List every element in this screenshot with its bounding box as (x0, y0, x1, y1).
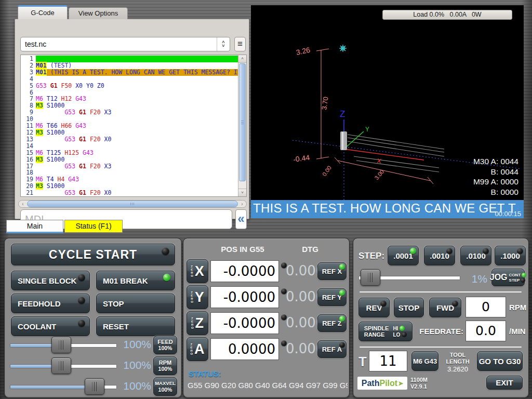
gcode-line[interactable]: 13 G53 G1 F20 X0 (21, 136, 238, 143)
button-coolant[interactable]: COOLANT (11, 316, 90, 336)
maxvel-override-slider[interactable] (10, 378, 117, 395)
tab-gcode[interactable]: G-Code (18, 5, 68, 19)
cycle-start-button[interactable]: CYCLE START (11, 244, 175, 265)
step-0001-button[interactable]: .0001 (388, 246, 419, 265)
gcode-token: F20 (90, 163, 104, 170)
scroll-up-icon[interactable]: ˄ (238, 55, 246, 63)
scroll-left-icon[interactable]: ‹ (19, 201, 27, 207)
hscroll-thumb[interactable] (27, 201, 238, 207)
y-dro-input[interactable]: -0.0000 (210, 286, 279, 308)
button-reset[interactable]: RESET (96, 316, 175, 336)
spindle-fwd-button[interactable]: FWD (429, 298, 461, 317)
maxvel-reset-button[interactable]: MAXVEL100% (153, 377, 177, 396)
file-menu-button[interactable]: ≡ (234, 37, 246, 51)
counter-line: B: 0000 (473, 187, 518, 197)
gcode-line[interactable]: 9 G53 G1 F20 X3 (21, 109, 238, 116)
button-label: MAXVEL (155, 380, 176, 387)
gcode-token (36, 189, 64, 196)
gcode-listing[interactable]: 12M01 (TEST)3M01 (THIS IS A TEST. HOW LO… (20, 55, 247, 197)
zero-z-button[interactable]: ZEROZ (187, 311, 208, 335)
backplot-view[interactable]: 3.26 3.70 -0.44 0.00 3.00 Z Y X (251, 5, 524, 200)
step-0100-button[interactable]: .0100 (460, 246, 491, 265)
model-label: 1100M (410, 377, 428, 383)
gcode-line[interactable]: 21 G53 G1 F20 X0 (21, 190, 238, 196)
rpm-override-slider[interactable] (10, 357, 117, 375)
rpm-override-value: 100% (120, 359, 151, 371)
gcode-lines: 12M01 (TEST)3M01 (THIS IS A TEST. HOW LO… (21, 56, 238, 196)
zero-y-button[interactable]: ZEROY (187, 285, 208, 309)
jog-speed-slider[interactable] (358, 269, 460, 286)
gcode-token: X0 (104, 136, 112, 143)
operator-message: THIS IS A TEST. HOW LONG CAN WE GET T (253, 201, 524, 216)
z-dro-input[interactable]: -0.0000 (210, 312, 279, 334)
tool-position-marker (339, 45, 347, 52)
x-dro-input[interactable]: -0.0000 (210, 260, 279, 282)
scroll-down-icon[interactable]: ˅ (238, 189, 246, 196)
tab-view-options-label: View Options (78, 9, 118, 17)
gcode-panel-body: test.nc ˄˅ ≡ 12M01 (TEST)3M01 (THIS IS A… (15, 19, 249, 219)
ref-x-button[interactable]: REF X (317, 262, 347, 280)
jog-slider-handle[interactable] (361, 269, 380, 286)
jog-step-led (521, 278, 525, 283)
gcode-hscrollbar[interactable]: ‹ › (18, 200, 247, 208)
m6-g43-button[interactable]: M6 G43 (411, 351, 438, 371)
tab-gcode-label: G-Code (31, 9, 55, 17)
zero-x-button[interactable]: ZEROX (187, 259, 208, 283)
tab-status[interactable]: Status (F1) (64, 220, 123, 233)
button-single-block[interactable]: SINGLE BLOCK (11, 271, 90, 290)
ref-led (339, 264, 345, 270)
step-0010-button[interactable]: .0010 (424, 246, 455, 265)
step-led (410, 248, 416, 254)
gcode-line-number: 12 (21, 129, 36, 136)
vscroll-thumb[interactable] (239, 63, 246, 181)
button-m01-break[interactable]: M01 BREAK (96, 271, 175, 290)
gcode-line-number: 15 (21, 150, 36, 156)
model-version: 1100M V2.9.1 (410, 377, 428, 390)
gcode-token: S1000 (43, 182, 65, 190)
feedrate-value: 0.0 (466, 321, 506, 341)
feed-reset-button[interactable]: FEED100% (153, 336, 177, 354)
ref-y-button[interactable]: REF Y (317, 288, 347, 306)
jog-cont-step-button[interactable]: JOG CONT STEP (491, 269, 525, 286)
scroll-right-icon[interactable]: › (238, 201, 246, 207)
tab-view-options[interactable]: View Options (69, 7, 128, 19)
button-feedhold[interactable]: FEEDHOLD (11, 294, 90, 313)
tool-number-input[interactable]: 11 (369, 351, 407, 371)
step-1000-button[interactable]: .1000 (495, 246, 526, 265)
zero-vertical-label: ZERO (190, 343, 193, 355)
tab-main[interactable]: Main (6, 220, 63, 233)
gcode-line[interactable]: 3M01 (THIS IS A TEST. HOW LONG CAN WE GE… (21, 69, 238, 76)
ref-a-button[interactable]: REF A (317, 340, 347, 358)
spindle-rev-button[interactable]: REV (358, 298, 390, 317)
slider-handle[interactable] (51, 357, 71, 374)
axis-y-label: Y (365, 126, 369, 133)
rpm-reset-button[interactable]: RPM100% (153, 356, 177, 375)
exit-button[interactable]: EXIT (486, 376, 523, 390)
mdi-expand-button[interactable]: « (235, 209, 247, 229)
spindle-stop-button[interactable]: STOP (394, 298, 424, 317)
gcode-token: M6 (36, 122, 47, 129)
spindle-range-button[interactable]: SPINDLE RANGE HI LO (358, 322, 413, 341)
file-selector[interactable]: test.nc ˄˅ (20, 37, 230, 51)
slider-handle[interactable] (85, 378, 104, 395)
button-stop[interactable]: STOP (96, 294, 175, 313)
rpm-input[interactable]: 0 (466, 297, 506, 317)
gcode-token: H4 (58, 176, 69, 183)
combo-spinner-icon[interactable]: ˄˅ (217, 37, 230, 51)
a-dro-input[interactable]: 0.0000 (210, 338, 279, 360)
tool-length-value: 3.2620 (442, 365, 474, 373)
button-label: STOP (103, 299, 124, 308)
gcode-line-text: G53 G1 F20 X0 (36, 190, 238, 196)
ref-z-button[interactable]: REF Z (317, 314, 347, 332)
gcode-token: T66 (47, 122, 61, 129)
jog-percent: 1% (463, 273, 487, 285)
gcode-line[interactable]: 5G53 G1 F50 X0 Y0 Z0 (21, 83, 238, 89)
gcode-line[interactable]: 17 G53 G1 F20 X3 (21, 163, 238, 170)
button-label: FEED (157, 339, 172, 345)
goto-g30-button[interactable]: GO TO G30 (477, 351, 523, 371)
slider-handle[interactable] (51, 337, 71, 353)
zero-a-button[interactable]: ZEROA (187, 337, 208, 361)
feed-override-slider[interactable] (10, 336, 117, 354)
tool-t-label: T (358, 354, 367, 370)
gcode-vscrollbar[interactable]: ˄ ˅ (238, 55, 246, 196)
